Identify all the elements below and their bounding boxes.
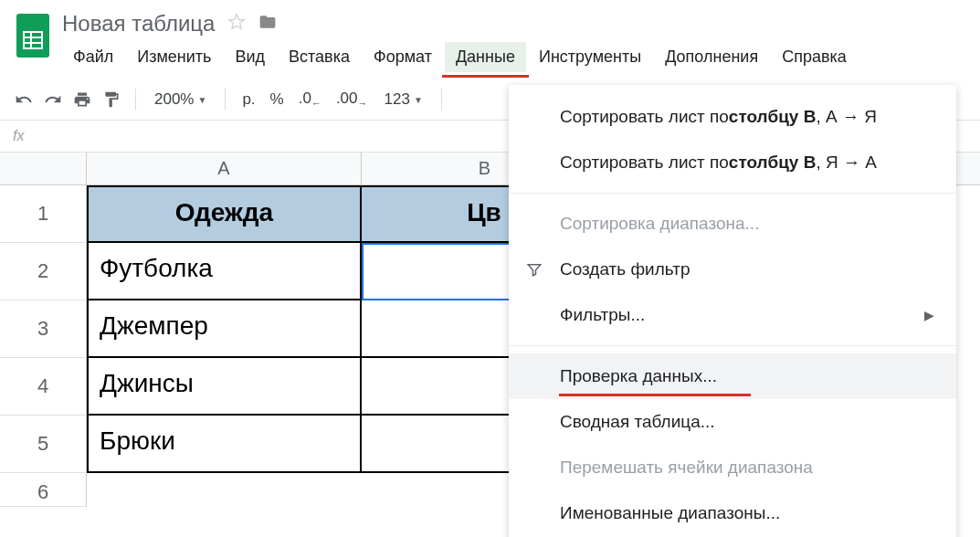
chevron-down-icon: ▼ — [414, 95, 423, 105]
chevron-down-icon: ▼ — [197, 95, 206, 105]
fx-label: fx — [13, 128, 24, 144]
menu-named-ranges[interactable]: Именованные диапазоны... — [509, 490, 956, 536]
format-label: 123 — [385, 90, 410, 109]
menu-text: Сортировать лист по — [560, 107, 729, 127]
document-title[interactable]: Новая таблица — [62, 11, 215, 37]
menu-filters[interactable]: Фильтры... ▶ — [509, 292, 956, 338]
menu-text: Сортировать лист по — [560, 153, 729, 173]
row-header-6[interactable]: 6 — [0, 473, 87, 507]
menu-create-filter[interactable]: Создать фильтр — [509, 247, 956, 292]
menu-help[interactable]: Справка — [771, 42, 858, 72]
currency-button[interactable]: р. — [238, 90, 258, 109]
decimal-label: .0 — [299, 90, 311, 107]
menu-file[interactable]: Файл — [62, 42, 124, 72]
sheets-logo[interactable] — [15, 11, 51, 60]
undo-icon[interactable] — [13, 89, 35, 111]
menu-view[interactable]: Вид — [224, 42, 276, 72]
cell-a5[interactable]: Брюки — [87, 416, 362, 473]
menu-data[interactable]: Данные — [445, 42, 526, 72]
menu-shuffle-range: Перемешать ячейки диапазона — [509, 445, 956, 490]
menu-bar: Файл Изменить Вид Вставка Формат Данные … — [62, 42, 965, 72]
menu-sort-range: Сортировка диапазона... — [509, 201, 956, 247]
increase-decimal-button[interactable]: .00→ — [332, 90, 372, 109]
menu-data-validation[interactable]: Проверка данных... — [509, 353, 956, 399]
menu-text-bold: столбцу B — [729, 153, 817, 173]
menu-text: , А → Я — [816, 107, 877, 127]
cell-a4[interactable]: Джинсы — [87, 358, 362, 416]
menu-text: Создать фильтр — [560, 259, 690, 279]
svg-rect-0 — [16, 14, 49, 58]
folder-icon[interactable] — [258, 13, 277, 35]
menu-pivot-table[interactable]: Сводная таблица... — [509, 399, 956, 445]
more-formats-button[interactable]: 123 ▼ — [379, 89, 428, 111]
row-header-1[interactable]: 1 — [0, 185, 87, 243]
star-icon[interactable] — [227, 13, 246, 35]
menu-text-bold: столбцу B — [729, 107, 817, 127]
menu-tools[interactable]: Инструменты — [528, 42, 652, 72]
paint-format-icon[interactable] — [100, 89, 122, 111]
menu-text: , Я → А — [816, 153, 877, 173]
menu-insert[interactable]: Вставка — [278, 42, 361, 72]
redo-icon[interactable] — [42, 89, 64, 111]
filter-icon — [525, 260, 543, 279]
decrease-decimal-button[interactable]: .0← — [295, 90, 325, 109]
data-menu-dropdown: Сортировать лист по столбцу B, А → Я Сор… — [509, 85, 956, 537]
menu-addons[interactable]: Дополнения — [654, 42, 769, 72]
menu-sort-desc[interactable]: Сортировать лист по столбцу B, Я → А — [509, 140, 956, 185]
cell-a1[interactable]: Одежда — [87, 185, 362, 243]
percent-button[interactable]: % — [267, 90, 288, 109]
menu-text: Фильтры... — [560, 305, 645, 325]
column-header-a[interactable]: A — [87, 153, 362, 184]
menu-divider — [509, 193, 956, 194]
row-header-3[interactable]: 3 — [0, 300, 87, 358]
row-header-2[interactable]: 2 — [0, 243, 87, 300]
select-all-corner[interactable] — [0, 153, 87, 184]
decimal-label: .00 — [336, 90, 358, 107]
menu-sort-asc[interactable]: Сортировать лист по столбцу B, А → Я — [509, 94, 956, 140]
print-icon[interactable] — [71, 89, 93, 111]
chevron-right-icon: ▶ — [924, 308, 934, 322]
cell-a3[interactable]: Джемпер — [87, 300, 362, 358]
cell-a2[interactable]: Футболка — [87, 243, 362, 300]
row-header-4[interactable]: 4 — [0, 358, 87, 416]
zoom-control[interactable]: 200% ▼ — [149, 89, 212, 111]
menu-edit[interactable]: Изменить — [126, 42, 222, 72]
menu-divider — [509, 345, 956, 346]
row-header-5[interactable]: 5 — [0, 416, 87, 473]
zoom-value: 200% — [154, 90, 194, 109]
menu-format[interactable]: Формат — [363, 42, 443, 72]
